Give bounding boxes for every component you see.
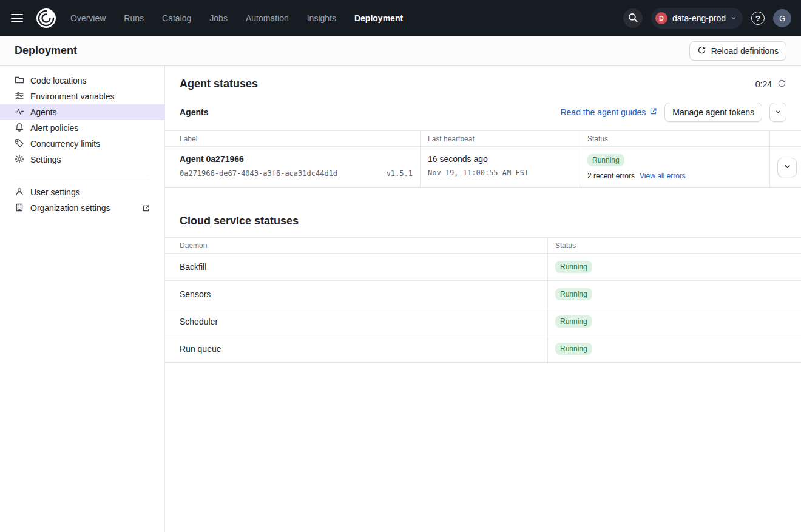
agents-table: Label Last heartbeat Status Agent 0a2719… xyxy=(165,130,801,188)
deployment-badge: D xyxy=(655,12,668,24)
external-link-icon xyxy=(142,204,150,212)
sidebar-item-organization-settings[interactable]: Organization settings xyxy=(0,200,164,216)
nav-automation[interactable]: Automation xyxy=(246,13,289,23)
nav-deployment[interactable]: Deployment xyxy=(354,13,403,23)
daemon-name: Run queue xyxy=(165,335,547,362)
agent-expand-cell xyxy=(769,147,801,187)
deployment-sidebar: Code locations Environment variables Age… xyxy=(0,66,165,532)
deployment-switcher-label: data-eng-prod xyxy=(672,13,726,23)
sidebar-item-alert-policies[interactable]: Alert policies xyxy=(0,120,164,136)
main-content: Agent statuses 0:24 Agents Read the agen… xyxy=(165,66,801,532)
status-badge: Running xyxy=(555,288,592,300)
external-link-icon xyxy=(649,107,657,117)
daemon-name: Backfill xyxy=(165,254,547,280)
gear-icon xyxy=(15,154,24,166)
agent-heartbeat-cell: 16 seconds ago Nov 19, 11:00:55 AM EST xyxy=(420,147,580,187)
reload-icon xyxy=(697,45,706,56)
daemon-name: Scheduler xyxy=(165,308,547,335)
status-badge: Running xyxy=(555,315,592,328)
search-icon xyxy=(627,12,638,25)
nav-overview[interactable]: Overview xyxy=(70,13,106,23)
help-icon[interactable]: ? xyxy=(751,12,765,25)
status-badge: Running xyxy=(555,261,592,273)
agent-version: v1.5.1 xyxy=(387,169,413,178)
view-all-errors-link[interactable]: View all errors xyxy=(640,172,686,180)
agent-statuses-title: Agent statuses xyxy=(180,78,258,90)
page-title: Deployment xyxy=(15,44,77,57)
agent-guides-link[interactable]: Read the agent guides xyxy=(560,107,657,117)
avatar[interactable]: G xyxy=(773,9,791,27)
nav-jobs[interactable]: Jobs xyxy=(209,13,228,23)
heartbeat-timestamp: Nov 19, 11:00:55 AM EST xyxy=(428,169,572,177)
cloud-table-header: Daemon Status xyxy=(165,237,801,254)
heartbeat-relative: 16 seconds ago xyxy=(428,154,572,164)
agents-table-header: Label Last heartbeat Status xyxy=(165,130,801,147)
page-header: Deployment Reload definitions xyxy=(0,36,801,66)
agent-label-cell: Agent 0a271966 0a271966-de67-4043-a3f6-a… xyxy=(165,147,420,187)
status-badge: Running xyxy=(587,154,624,166)
refresh-countdown: 0:24 xyxy=(755,79,772,89)
agents-heading: Agents xyxy=(180,107,208,117)
table-row: Run queue Running xyxy=(165,335,801,363)
cloud-service-statuses-title: Cloud service statuses xyxy=(165,188,801,237)
agent-tokens-menu-button[interactable] xyxy=(769,103,786,122)
sidebar-item-settings[interactable]: Settings xyxy=(0,152,164,167)
column-header-label: Label xyxy=(165,131,420,146)
sidebar-item-agents[interactable]: Agents xyxy=(0,104,164,120)
building-icon xyxy=(15,203,24,214)
agent-name: Agent 0a271966 xyxy=(180,154,413,164)
search-button[interactable] xyxy=(623,8,643,28)
user-icon xyxy=(15,187,24,198)
caret-down-icon xyxy=(775,107,782,117)
sidebar-divider xyxy=(15,177,150,177)
manage-agent-tokens-button[interactable]: Manage agent tokens xyxy=(664,103,762,122)
status-badge: Running xyxy=(555,343,592,355)
hamburger-menu-icon[interactable] xyxy=(11,11,27,25)
agent-status-cell: Running 2 recent errors View all errors xyxy=(580,147,769,187)
table-row: Backfill Running xyxy=(165,254,801,281)
column-header-last-heartbeat: Last heartbeat xyxy=(420,131,580,146)
agent-expand-button[interactable] xyxy=(777,158,797,177)
dagster-logo[interactable] xyxy=(35,7,57,29)
column-header-expand xyxy=(769,131,801,146)
reload-definitions-button[interactable]: Reload definitions xyxy=(689,41,786,61)
recent-errors-text: 2 recent errors xyxy=(587,172,635,180)
top-navigation-bar: Overview Runs Catalog Jobs Automation In… xyxy=(0,0,801,36)
sidebar-item-environment-variables[interactable]: Environment variables xyxy=(0,89,164,104)
daemon-name: Sensors xyxy=(165,281,547,308)
table-row: Sensors Running xyxy=(165,281,801,308)
sidebar-item-concurrency-limits[interactable]: Concurrency limits xyxy=(0,136,164,152)
cloud-services-table: Daemon Status Backfill Running Sensors R… xyxy=(165,237,801,363)
column-header-daemon: Daemon xyxy=(165,238,547,253)
bell-icon xyxy=(15,123,24,134)
nav-catalog[interactable]: Catalog xyxy=(162,13,191,23)
column-header-status: Status xyxy=(580,131,769,146)
agent-id: 0a271966-de67-4043-a3f6-aca31dc44d1d xyxy=(180,169,337,178)
nav-insights[interactable]: Insights xyxy=(307,13,336,23)
sliders-icon xyxy=(15,91,24,103)
table-row: Scheduler Running xyxy=(165,308,801,335)
agent-row: Agent 0a271966 0a271966-de67-4043-a3f6-a… xyxy=(165,147,801,188)
sidebar-item-user-settings[interactable]: User settings xyxy=(0,184,164,200)
agents-icon xyxy=(15,107,24,118)
nav-runs[interactable]: Runs xyxy=(124,13,144,23)
chevron-down-icon xyxy=(783,163,791,172)
refresh-icon[interactable] xyxy=(777,79,786,90)
top-nav: Overview Runs Catalog Jobs Automation In… xyxy=(70,13,403,23)
tag-icon xyxy=(15,138,24,150)
deployment-switcher[interactable]: D data-eng-prod xyxy=(651,8,743,29)
chevron-down-icon xyxy=(731,13,737,23)
sidebar-item-code-locations[interactable]: Code locations xyxy=(0,73,164,89)
column-header-status: Status xyxy=(547,238,801,253)
folder-icon xyxy=(15,75,24,87)
